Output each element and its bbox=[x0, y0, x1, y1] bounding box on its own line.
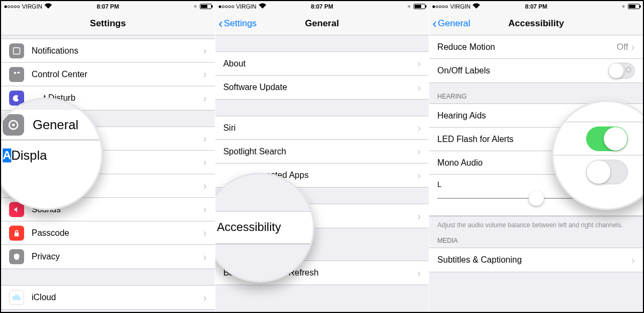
privacy-icon bbox=[9, 249, 24, 264]
nav-bar: ‹ General Accessibility bbox=[429, 12, 643, 35]
chevron-right-icon: › bbox=[203, 203, 207, 215]
display-icon: A bbox=[3, 148, 11, 162]
bluetooth-icon: ✶ bbox=[407, 3, 411, 10]
row-onoff-labels[interactable]: On/Off Labels bbox=[429, 59, 643, 83]
screen-accessibility: VIRGIN 8:07 PM ✶ ‹ General Accessibility… bbox=[429, 1, 643, 312]
magnified-general-label: General bbox=[33, 117, 78, 132]
row-notifications[interactable]: Notifications › bbox=[1, 39, 215, 63]
row-label: On/Off Labels bbox=[437, 66, 608, 76]
clock: 8:07 PM bbox=[525, 3, 548, 10]
svg-rect-2 bbox=[17, 72, 20, 73]
row-about[interactable]: About› bbox=[215, 52, 429, 76]
chevron-right-icon: › bbox=[203, 156, 207, 168]
toggle-onoff-labels[interactable] bbox=[608, 63, 635, 79]
row-privacy[interactable]: Privacy › bbox=[1, 245, 215, 269]
chevron-right-icon: › bbox=[417, 145, 421, 158]
status-bar: VIRGIN 8:07 PM ✶ bbox=[1, 1, 215, 12]
chevron-right-icon: › bbox=[203, 180, 207, 192]
gear-icon bbox=[3, 114, 24, 136]
back-button[interactable]: ‹ General bbox=[432, 18, 470, 29]
tutorial-triptych: VIRGIN 8:07 PM ✶ Settings Notifications … bbox=[0, 0, 644, 313]
screen-general: VIRGIN 8:07 PM ✶ ‹ Settings General Abou… bbox=[215, 1, 430, 312]
nav-title: General bbox=[305, 18, 339, 29]
signal-dots-icon bbox=[4, 5, 20, 8]
chevron-right-icon: › bbox=[203, 44, 207, 57]
row-reduce-motion[interactable]: Reduce Motion Off › bbox=[429, 35, 643, 59]
row-label: Software Update bbox=[223, 83, 417, 92]
chevron-right-icon: › bbox=[203, 227, 207, 239]
chevron-right-icon: › bbox=[203, 92, 207, 105]
chevron-right-icon: › bbox=[203, 292, 207, 304]
row-label: iCloud bbox=[32, 293, 203, 302]
row-label: Spotlight Search bbox=[223, 147, 417, 156]
back-label: Settings bbox=[224, 18, 257, 29]
back-label: General bbox=[438, 18, 470, 29]
row-label: Subtitles & Captioning bbox=[437, 255, 631, 265]
wifi-icon bbox=[44, 3, 52, 10]
nav-title: Settings bbox=[90, 18, 126, 29]
battery-icon bbox=[414, 4, 425, 9]
row-label: Siri bbox=[223, 123, 417, 133]
chevron-right-icon: › bbox=[417, 210, 421, 222]
row-software-update[interactable]: Software Update› bbox=[215, 76, 429, 99]
battery-icon bbox=[628, 4, 640, 9]
row-label: Reduce Motion bbox=[437, 42, 617, 52]
carrier-label: VIRGIN bbox=[236, 3, 257, 10]
row-label: About bbox=[223, 59, 417, 69]
svg-rect-6 bbox=[14, 233, 19, 236]
svg-rect-0 bbox=[13, 48, 20, 54]
chevron-right-icon: › bbox=[417, 122, 421, 134]
chevron-right-icon: › bbox=[417, 57, 421, 70]
chevron-right-icon: › bbox=[631, 41, 635, 53]
status-bar: VIRGIN 8:07 PM ✶ bbox=[215, 1, 429, 12]
control-center-icon bbox=[9, 67, 24, 82]
status-bar: VIRGIN 8:07 PM ✶ bbox=[429, 1, 643, 12]
carrier-label: VIRGIN bbox=[22, 3, 42, 10]
chevron-right-icon: › bbox=[417, 267, 421, 279]
nav-title: Accessibility bbox=[508, 18, 564, 29]
row-subtitles[interactable]: Subtitles & Captioning › bbox=[429, 248, 643, 272]
toggle-mono-audio[interactable] bbox=[586, 160, 628, 184]
clock: 8:07 PM bbox=[311, 3, 333, 10]
clock: 8:07 PM bbox=[97, 3, 119, 10]
signal-dots-icon bbox=[432, 5, 448, 8]
magnified-display-label: Displa bbox=[11, 148, 47, 163]
nav-bar: Settings bbox=[1, 12, 215, 35]
back-button[interactable]: ‹ Settings bbox=[219, 18, 257, 29]
bluetooth-icon: ✶ bbox=[621, 3, 626, 10]
row-spotlight[interactable]: Spotlight Search› bbox=[215, 140, 429, 163]
notifications-icon bbox=[9, 43, 24, 58]
balance-left-label: L bbox=[437, 180, 441, 189]
chevron-right-icon: › bbox=[203, 68, 207, 80]
magnified-accessibility-label: Accessibility bbox=[217, 220, 281, 234]
chevron-right-icon: › bbox=[417, 169, 421, 182]
chevron-right-icon: › bbox=[203, 132, 207, 145]
row-control-center[interactable]: Control Center › bbox=[1, 63, 215, 86]
battery-icon bbox=[200, 4, 212, 9]
carrier-label: VIRGIN bbox=[450, 3, 470, 10]
svg-point-1 bbox=[14, 72, 16, 74]
wifi-icon bbox=[259, 3, 266, 10]
svg-point-8 bbox=[12, 123, 15, 126]
chevron-right-icon: › bbox=[631, 254, 635, 266]
balance-footer: Adjust the audio volume balance between … bbox=[429, 217, 643, 234]
row-icloud[interactable]: iCloud › bbox=[1, 286, 215, 309]
section-header-media: MEDIA bbox=[429, 234, 643, 248]
icloud-icon bbox=[9, 290, 24, 305]
chevron-right-icon: › bbox=[203, 251, 207, 263]
row-detail: Off bbox=[617, 42, 628, 52]
row-label: Privacy bbox=[32, 252, 203, 262]
nav-bar: ‹ Settings General bbox=[215, 12, 429, 35]
toggle-led-flash[interactable] bbox=[586, 126, 628, 151]
row-siri[interactable]: Siri› bbox=[215, 116, 429, 140]
row-label: Control Center bbox=[32, 70, 203, 79]
bluetooth-icon: ✶ bbox=[193, 3, 198, 10]
row-label: Notifications bbox=[32, 46, 203, 56]
wifi-icon bbox=[473, 3, 480, 10]
signal-dots-icon bbox=[219, 5, 234, 8]
screen-settings: VIRGIN 8:07 PM ✶ Settings Notifications … bbox=[1, 1, 215, 312]
chevron-right-icon: › bbox=[417, 81, 421, 94]
lock-icon bbox=[9, 226, 24, 241]
row-passcode[interactable]: Passcode › bbox=[1, 221, 215, 245]
row-label: Passcode bbox=[32, 228, 203, 238]
